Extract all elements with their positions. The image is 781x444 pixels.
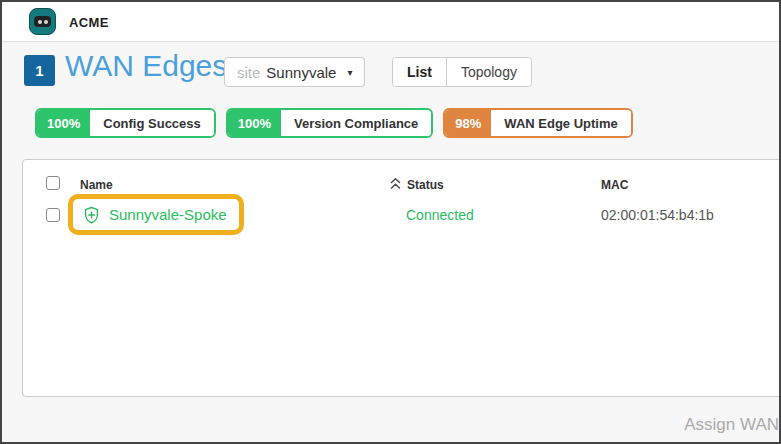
version-compliance-value: 100% [228,110,281,136]
select-all-checkbox[interactable] [46,176,60,190]
robot-eye-right [44,20,48,24]
wan-edge-count-badge: 1 [24,55,55,86]
wan-edge-uptime-value: 98% [445,110,491,136]
page-title: WAN Edges [65,49,227,83]
wan-edges-table: Name Status MAC Sunnyvale-Spoke Connecte… [22,159,781,397]
shield-plus-icon [82,205,101,225]
config-success-value: 100% [37,110,90,136]
site-selector-value: Sunnyvale [266,64,336,81]
org-name: ACME [69,2,109,42]
robot-eye-left [38,20,42,24]
chevron-down-icon: ▾ [347,67,352,78]
column-header-name[interactable]: Name [80,178,113,192]
assign-wan-button[interactable]: Assign WAN [684,415,779,435]
column-header-status[interactable]: Status [407,178,444,192]
version-compliance-badge[interactable]: 100% Version Compliance [226,108,434,138]
robot-visor [34,16,51,27]
config-success-label: Config Success [90,110,214,136]
device-name-link[interactable]: Sunnyvale-Spoke [109,206,227,223]
wan-edge-uptime-badge[interactable]: 98% WAN Edge Uptime [443,108,632,138]
device-status: Connected [406,207,474,223]
top-bar: ACME [2,2,779,42]
wan-edge-uptime-label: WAN Edge Uptime [491,110,630,136]
app-window: ACME 1 WAN Edges site Sunnyvale ▾ List T… [0,0,781,444]
column-header-mac[interactable]: MAC [601,178,628,192]
site-selector-prefix: site [237,64,260,81]
device-mac: 02:00:01:54:b4:1b [601,207,714,223]
row-checkbox[interactable] [46,208,60,222]
version-compliance-label: Version Compliance [281,110,431,136]
config-success-badge[interactable]: 100% Config Success [35,108,216,138]
view-toggle: List Topology [392,57,532,87]
tab-list[interactable]: List [393,58,446,86]
highlighted-device-link[interactable]: Sunnyvale-Spoke [68,194,244,235]
robot-logo-icon[interactable] [29,8,56,35]
tab-topology[interactable]: Topology [446,58,531,86]
site-selector[interactable]: site Sunnyvale ▾ [224,57,365,87]
stats-row: 100% Config Success 100% Version Complia… [35,108,633,138]
sort-icon[interactable] [389,177,402,190]
